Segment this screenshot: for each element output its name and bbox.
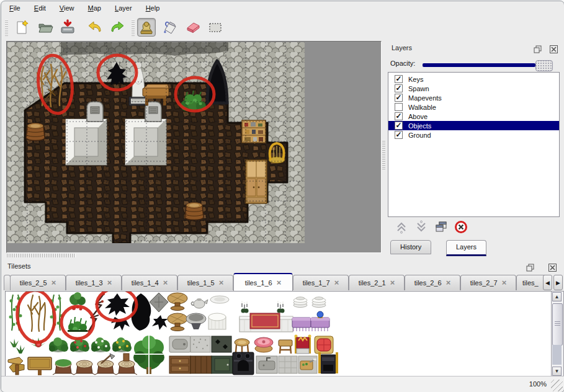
move-layer-up-button[interactable]: [394, 220, 409, 234]
map-canvas-viewport[interactable]: [6, 41, 382, 253]
stool-tile: [235, 339, 249, 354]
eraser-tool-button[interactable]: [184, 18, 202, 37]
tilesets-panel-title: Tilesets: [7, 262, 31, 270]
tab-scroll-right-button[interactable]: ▶: [553, 275, 563, 290]
tab-close-icon[interactable]: ×: [219, 280, 224, 286]
layer-visibility-checkbox[interactable]: [395, 103, 403, 111]
layer-visibility-checkbox[interactable]: ✓: [395, 94, 403, 102]
open-file-button[interactable]: [37, 19, 53, 35]
tab-close-icon[interactable]: ×: [51, 280, 56, 286]
grill-tile: [318, 352, 338, 373]
close-panel-icon[interactable]: [550, 45, 558, 53]
undo-button[interactable]: [87, 19, 103, 35]
tab-layers[interactable]: Layers: [446, 240, 486, 256]
map-canvas[interactable]: [7, 42, 305, 243]
black-cat-tile: [105, 293, 130, 331]
scroll-up-button[interactable]: ▲: [552, 292, 562, 301]
big-tree-tile: [133, 335, 164, 375]
layer-label: Walkable: [408, 104, 436, 111]
float-panel-icon[interactable]: [534, 45, 542, 53]
scrollbar-track[interactable]: [552, 345, 562, 365]
layer-visibility-checkbox[interactable]: ✓: [395, 112, 403, 120]
redo-button[interactable]: [109, 19, 125, 35]
tileset-tab-active[interactable]: tiles_1_6×: [233, 273, 293, 292]
scrollbar-thumb[interactable]: [552, 303, 563, 345]
layer-visibility-checkbox[interactable]: ✓: [395, 84, 403, 92]
tileset-tab[interactable]: tiles_1_4×: [122, 275, 177, 290]
menu-view[interactable]: View: [58, 3, 76, 13]
layer-row-mapevents[interactable]: ✓ Mapevents: [388, 93, 559, 102]
throne-tile: [295, 335, 311, 354]
barrel-sprite: [26, 123, 45, 141]
duplicate-layer-button[interactable]: [434, 220, 449, 234]
new-file-icon: [14, 19, 30, 35]
vertical-splitter-handle[interactable]: [382, 140, 385, 170]
toolbar-grip[interactable]: [132, 20, 135, 36]
tileset-tab[interactable]: tiles_2_6×: [405, 275, 460, 290]
opacity-slider-track[interactable]: [423, 63, 535, 67]
window-resize-grip[interactable]: [551, 380, 563, 391]
layer-label: Above: [408, 113, 427, 120]
opacity-slider-handle[interactable]: [535, 60, 553, 71]
menu-file[interactable]: File: [7, 3, 22, 13]
close-panel-icon[interactable]: [548, 263, 557, 271]
layer-row-walkable[interactable]: Walkable: [388, 102, 559, 112]
layer-row-objects[interactable]: ✓ Objects: [388, 121, 559, 130]
layer-visibility-checkbox[interactable]: ✓: [395, 75, 403, 83]
tab-history[interactable]: History: [390, 240, 431, 254]
horizontal-splitter-handle[interactable]: [6, 254, 76, 257]
cushion-seat-tile: [315, 336, 333, 354]
tileset-image[interactable]: [6, 292, 550, 375]
black-stove-tile: [233, 352, 254, 375]
new-file-button[interactable]: [14, 19, 30, 35]
menu-help[interactable]: Help: [144, 3, 162, 13]
select-tool-button[interactable]: [206, 18, 225, 37]
fill-bucket-icon: [162, 19, 179, 36]
layer-row-ground[interactable]: ✓ Ground: [388, 130, 559, 140]
layer-list: ✓ Keys ✓ Spawn ✓ Mapevents Walkable ✓ Ab…: [388, 72, 560, 217]
layer-visibility-checkbox[interactable]: ✓: [395, 122, 403, 130]
tileset-tab[interactable]: tiles_2_5×: [10, 275, 66, 290]
small-stool-tile: [279, 340, 292, 354]
save-file-button[interactable]: [60, 19, 76, 35]
fill-tool-button[interactable]: [161, 18, 180, 37]
menu-layer[interactable]: Layer: [113, 3, 134, 13]
move-layer-down-button[interactable]: [414, 220, 429, 234]
banquet-table-tile: [239, 301, 293, 332]
tileset-canvas[interactable]: [5, 291, 552, 377]
tab-close-icon[interactable]: ×: [334, 280, 339, 286]
tileset-vertical-scrollbar[interactable]: ▲ ▼: [551, 291, 564, 377]
scroll-down-button[interactable]: ▼: [552, 367, 562, 376]
tab-close-icon[interactable]: ×: [163, 280, 168, 286]
delete-layer-button[interactable]: [454, 220, 468, 234]
open-folder-icon: [37, 19, 53, 35]
vertical-splitter[interactable]: [382, 41, 386, 252]
tab-scroll-left-button[interactable]: ◀: [543, 275, 552, 290]
stone-basin-tile: [169, 336, 190, 352]
cutting-board-tile: [298, 356, 317, 373]
menu-edit[interactable]: Edit: [32, 3, 48, 13]
stamp-tool-icon: [138, 19, 155, 36]
tab-close-icon[interactable]: ×: [446, 280, 451, 286]
tileset-tab[interactable]: tiles_1_7×: [293, 275, 349, 290]
layer-row-spawn[interactable]: ✓ Spawn: [388, 84, 559, 93]
toolbar-grip[interactable]: [5, 20, 8, 36]
tab-close-icon[interactable]: ×: [390, 280, 395, 286]
tileset-tab[interactable]: tiles_2_1×: [349, 275, 405, 290]
layer-row-above[interactable]: ✓ Above: [388, 112, 559, 121]
tileset-tab[interactable]: tiles_1_5×: [177, 275, 233, 290]
silver-table-tile: [186, 313, 206, 329]
tileset-tab[interactable]: tiles_2_7×: [460, 275, 516, 290]
float-panel-icon[interactable]: [526, 263, 534, 271]
layer-row-keys[interactable]: ✓ Keys: [388, 74, 559, 84]
layer-visibility-checkbox[interactable]: ✓: [395, 131, 403, 139]
tab-close-icon[interactable]: ×: [107, 280, 112, 286]
stamp-tool-button[interactable]: [137, 18, 156, 37]
tilesets-panel: Tilesets tiles_2_5× tiles_1_3× tiles_1_4…: [4, 259, 563, 376]
selection-rectangle-icon: [207, 19, 224, 36]
tileset-tab[interactable]: tiles_1_3×: [66, 275, 122, 290]
tab-close-icon[interactable]: ×: [502, 280, 507, 286]
menu-map[interactable]: Map: [86, 3, 103, 13]
green-bush-tile: [68, 317, 87, 332]
tab-close-icon[interactable]: ×: [277, 280, 282, 286]
